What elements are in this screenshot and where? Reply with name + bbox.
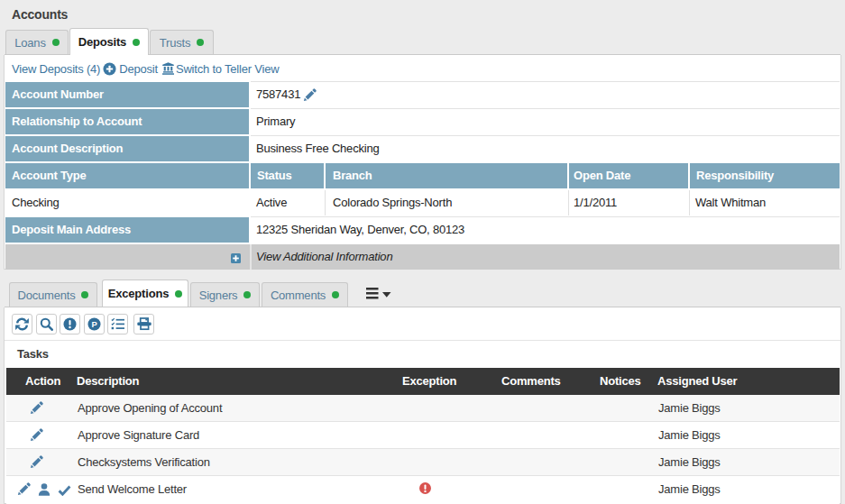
svg-text:P: P [91,320,96,329]
